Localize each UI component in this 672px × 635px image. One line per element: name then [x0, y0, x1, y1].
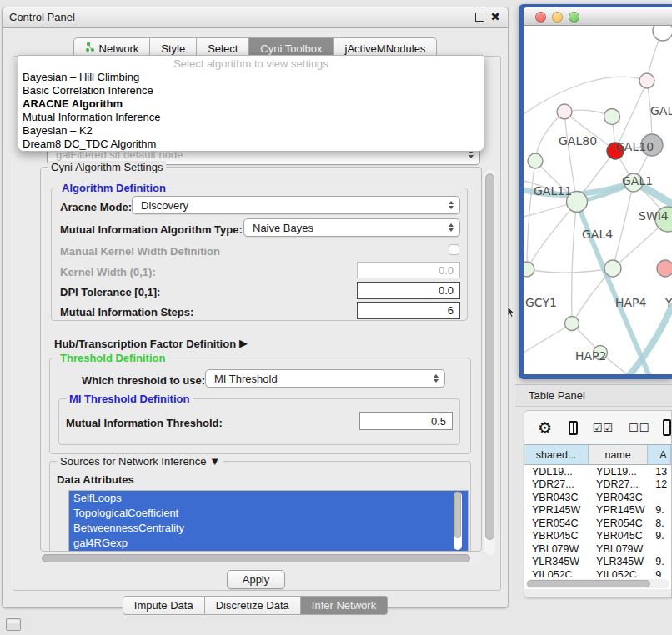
algorithm-option[interactable]: Basic Correlation Inference	[18, 84, 484, 98]
column-header-partial[interactable]: A	[648, 445, 671, 464]
select-all-checkboxes-icon[interactable]: ☑☑	[593, 422, 614, 434]
network-node-label: HAP2	[575, 349, 606, 362]
table-cell: 9.	[648, 504, 671, 518]
collapse-down-icon[interactable]: ▼	[209, 455, 220, 468]
new-table-icon[interactable]	[663, 419, 671, 436]
table-row[interactable]: YBR043CYBR043C	[524, 491, 671, 504]
network-node-label: GAL	[650, 104, 672, 118]
close-traffic-light-icon[interactable]	[535, 12, 546, 22]
table-cell: YBR045C	[524, 530, 589, 543]
cyni-algorithm-settings-title: Cyni Algorithm Settings	[48, 161, 166, 173]
tab-style[interactable]: Style	[150, 38, 197, 56]
network-node[interactable]	[657, 260, 672, 277]
apply-button[interactable]: Apply	[227, 570, 285, 589]
network-node-label: GAL4	[582, 228, 613, 241]
table-horizontal-scroll-thumb[interactable]	[527, 580, 650, 588]
table-row[interactable]: YDL19...YDL19...13	[524, 465, 671, 478]
deselect-all-checkboxes-icon[interactable]: ☐☐	[629, 422, 649, 434]
attribute-list-item[interactable]: TopologicalCoefficient	[69, 506, 468, 521]
network-node[interactable]	[639, 73, 654, 88]
table-row[interactable]: YPR145WYPR145W9.	[524, 504, 671, 518]
algorithm-option[interactable]: Mutual Information Inference	[18, 111, 484, 124]
apply-button-label: Apply	[243, 573, 270, 586]
manual-kernel-width-label: Manual Kernel Width Definition	[60, 245, 220, 258]
column-header-shared-name[interactable]: shared...	[524, 445, 589, 464]
network-node-label: GAL1	[622, 174, 653, 188]
table-row[interactable]: YLR345WYLR345W9.	[524, 556, 671, 569]
network-node[interactable]	[524, 262, 534, 277]
network-node-label: GAL10	[615, 140, 654, 153]
table-cell: YER054C	[589, 517, 648, 530]
zoom-traffic-light-icon[interactable]	[569, 12, 579, 22]
settings-vertical-scrollbar[interactable]	[484, 170, 495, 555]
network-node[interactable]	[604, 260, 621, 277]
network-window-titlebar[interactable]	[524, 8, 672, 26]
node-table-panel: ⚙ ☑☑ ☐☐ shared... name A YDL19...YDL19..…	[524, 410, 672, 598]
settings-horizontal-scrollbar[interactable]	[40, 553, 482, 563]
algorithm-option[interactable]: Bayesian – K2	[18, 124, 484, 138]
network-node[interactable]	[528, 153, 543, 168]
table-cell: YIL052C	[524, 568, 589, 578]
network-node-label: HAP4	[615, 296, 647, 309]
tab-jactivemnodules[interactable]: jActiveMNodules	[334, 38, 438, 56]
attribute-list-scroll-thumb[interactable]	[454, 492, 461, 538]
expand-right-icon[interactable]: ▶	[239, 337, 248, 349]
tab-network[interactable]: Network	[73, 38, 151, 56]
tab-discretize-data[interactable]: Discretize Data	[205, 596, 301, 615]
manual-kernel-width-checkbox[interactable]	[449, 244, 459, 255]
table-cell: YDL19...	[589, 465, 648, 478]
tab-infer-network[interactable]: Infer Network	[301, 596, 388, 615]
attribute-list-item[interactable]: SelfLoops	[69, 491, 468, 506]
network-canvas[interactable]: GALGAL80GAL10GAL1GAL11SWI4GAL4GCY1HAP4YH…	[524, 26, 672, 374]
attribute-list-scrollbar[interactable]	[454, 492, 462, 550]
network-node[interactable]	[565, 317, 579, 331]
attribute-list-item[interactable]: gal4RGexp	[69, 536, 468, 551]
table-horizontal-scrollbar[interactable]	[526, 579, 669, 588]
minimize-traffic-light-icon[interactable]	[552, 12, 563, 22]
table-row[interactable]: YDR27...YDR27...12	[524, 478, 671, 492]
table-cell: 9	[648, 568, 671, 578]
float-window-icon[interactable]	[475, 12, 484, 22]
kernel-width-label: Kernel Width (0,1):	[60, 266, 156, 278]
kernel-width-value: 0.0	[439, 264, 454, 277]
algorithm-option[interactable]: Bayesian – Hill Climbing	[18, 71, 484, 84]
tab-cyni-toolbox[interactable]: Cyni Toolbox	[249, 38, 333, 56]
kernel-width-field[interactable]: 0.0	[357, 262, 460, 278]
columns-icon[interactable]	[569, 421, 578, 435]
column-header-name[interactable]: name	[589, 445, 648, 464]
settings-vertical-scroll-thumb[interactable]	[485, 173, 494, 540]
network-node[interactable]	[557, 104, 572, 119]
table-row[interactable]: YBL079WYBL079W	[524, 542, 671, 556]
network-icon	[85, 42, 95, 55]
mi-algorithm-type-combobox[interactable]: Naive Bayes	[243, 218, 460, 237]
data-attributes-list[interactable]: SelfLoopsTopologicalCoefficientBetweenne…	[68, 490, 469, 552]
aracne-mode-combobox[interactable]: Discovery	[132, 196, 460, 214]
algorithm-definition-title: Algorithm Definition	[58, 182, 169, 194]
network-node[interactable]	[604, 109, 620, 125]
minimized-panel-icon[interactable]	[6, 618, 21, 631]
table-row[interactable]: YER054CYER054C8.	[524, 517, 671, 530]
table-cell: 9.	[648, 530, 671, 543]
hub-definition-label[interactable]: Hub/Transcription Factor Definition	[54, 338, 236, 350]
algorithm-option[interactable]: Dream8 DC_TDC Algorithm	[18, 138, 484, 151]
table-cell: 12	[648, 478, 671, 492]
close-icon[interactable]: ✖	[490, 10, 500, 23]
dpi-tolerance-field[interactable]: 0.0	[357, 282, 460, 299]
mi-steps-field[interactable]: 6	[357, 302, 460, 319]
table-cell: YPR145W	[589, 504, 648, 518]
algorithm-select-prompt: Select algorithm to view settings	[18, 58, 484, 71]
table-row[interactable]: YBR045CYBR045C9.	[524, 530, 671, 543]
mi-threshold-field[interactable]: 0.5	[359, 412, 453, 430]
network-node[interactable]	[653, 26, 672, 41]
tab-impute-data[interactable]: Impute Data	[123, 596, 205, 615]
which-threshold-combobox[interactable]: MI Threshold	[205, 369, 445, 388]
table-row[interactable]: YIL052CYIL052C9	[524, 568, 671, 578]
attribute-list-item[interactable]: BetweennessCentrality	[69, 521, 468, 536]
mi-steps-value: 6	[448, 304, 454, 317]
network-view-window: GALGAL80GAL10GAL1GAL11SWI4GAL4GCY1HAP4YH…	[519, 4, 672, 379]
settings-horizontal-scroll-thumb[interactable]	[42, 554, 470, 562]
algorithm-option[interactable]: ARACNE Algorithm	[18, 98, 484, 111]
gear-icon[interactable]: ⚙	[538, 418, 552, 438]
tab-select[interactable]: Select	[197, 38, 249, 56]
table-cell: YBL079W	[524, 542, 589, 556]
